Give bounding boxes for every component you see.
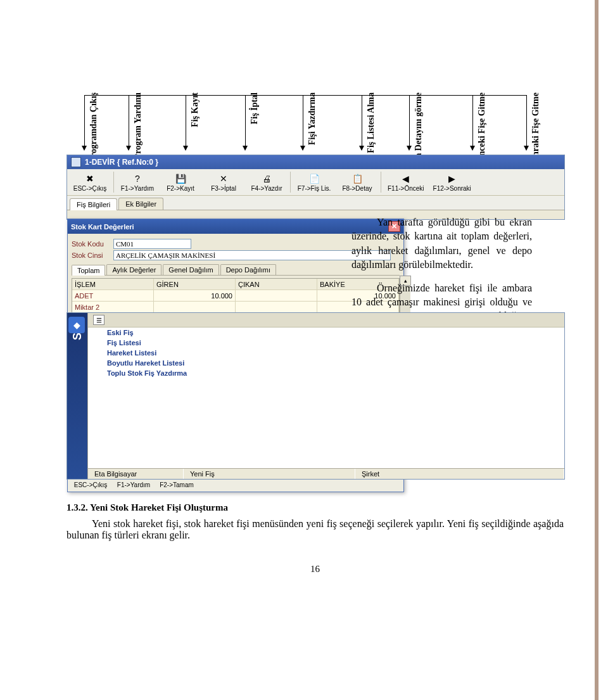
- toolbar-button[interactable]: ◀F11->Önceki: [383, 170, 429, 194]
- diagram-label: Programdan Çıkış: [89, 92, 99, 163]
- toolbar-button[interactable]: ?F1->Yardım: [116, 170, 159, 194]
- diagram-arrow-icon: [300, 146, 305, 151]
- toolbar-separator: [290, 172, 291, 193]
- menu-item[interactable]: Toplu Stok Fiş Yazdırma: [88, 368, 564, 378]
- diagram-line: [362, 95, 362, 146]
- toolbar-button[interactable]: 🖨F4->Yazdır: [245, 170, 288, 194]
- diagram-hline: [84, 95, 526, 96]
- toolbar-label: ESC->Çıkış: [73, 185, 107, 192]
- toolbar-button[interactable]: 📋F8->Detay: [336, 170, 379, 194]
- toolbar-label: F3->İptal: [211, 185, 236, 192]
- diagram-arrow-icon: [407, 146, 412, 151]
- toolbar-icon: 💾: [174, 172, 187, 185]
- diagram-arrow-icon: [126, 146, 131, 151]
- brand-strip: SQL: [67, 313, 87, 479]
- toolbar-separator: [113, 172, 114, 193]
- diagram-label: Program Yardımı: [133, 92, 143, 159]
- section-paragraph: Yeni stok hareket fişi, stok hareket fiş…: [66, 518, 564, 541]
- diagram-line: [84, 95, 85, 146]
- menu-item[interactable]: Hareket Listesi: [88, 348, 564, 358]
- toolbar-label-diagram: Programdan ÇıkışProgram YardımıFiş Kayıt…: [66, 13, 564, 152]
- toolbar-icon: ✖: [84, 172, 96, 185]
- window-icon: [71, 157, 81, 167]
- toolbar-label: F2->Kayıt: [167, 185, 194, 192]
- main-tabs: Fiş BilgileriEk Bilgiler: [67, 196, 564, 210]
- logo-icon: ◆: [68, 317, 85, 333]
- page-number: 16: [66, 564, 564, 575]
- diagram-arrow-icon: [183, 146, 188, 151]
- status-mode: Yeni Fiş: [184, 469, 355, 479]
- toolbar-button[interactable]: ▶F12->Sonraki: [429, 170, 476, 194]
- diagram-line: [245, 95, 246, 146]
- diagram-label: Fiş Kayıt: [190, 92, 200, 127]
- toolbar-label: F4->Yazdır: [251, 185, 282, 192]
- status-sirket: Şirket: [355, 469, 564, 479]
- menu-item[interactable]: Boyutlu Hareket Listesi: [88, 358, 564, 368]
- toolbar-label: F7->Fiş Lis.: [298, 185, 331, 192]
- status-bar: Eta Bilgisayar Yeni Fiş Şirket: [88, 468, 564, 479]
- diagram-line: [409, 95, 410, 146]
- menu-body: ☰ Eski FişFiş ListesiHareket ListesiBoyu…: [88, 313, 564, 468]
- diagram-line: [303, 95, 303, 146]
- menu-header: ☰: [88, 313, 564, 328]
- menu-window: SQL ◆ ☰ Eski FişFiş ListesiHareket Liste…: [66, 312, 565, 480]
- toolbar-separator: [381, 172, 381, 193]
- diagram-label: Fiş Listesi Alma: [366, 92, 376, 153]
- diagram-line: [472, 95, 473, 146]
- diagram-label: Önceki Fişe Gitme: [477, 92, 487, 163]
- menu-item[interactable]: Fiş Listesi: [88, 338, 564, 348]
- diagram-arrow-icon: [524, 146, 529, 151]
- toolbar-icon: ✕: [217, 172, 230, 185]
- diagram-label: Fişi Yazdırma: [307, 92, 317, 145]
- diagram-line: [129, 95, 129, 146]
- toolbar-icon: 📄: [308, 172, 320, 185]
- diagram-arrow-icon: [359, 146, 364, 151]
- toolbar-label: F8->Detay: [343, 185, 372, 192]
- main-tab[interactable]: Ek Bilgiler: [118, 198, 163, 210]
- toolbar-icon: 📋: [351, 172, 364, 185]
- toolbar-button[interactable]: ✕F3->İptal: [202, 170, 245, 194]
- diagram-arrow-icon: [470, 146, 475, 151]
- section-heading: 1.3.2. Yeni Stok Hareket Fişi Oluşturma: [66, 502, 564, 513]
- app-window: 1-DEVİR { Ref.No:0 } ✖ESC->Çıkış?F1->Yar…: [66, 155, 565, 220]
- diagram-arrow-icon: [243, 146, 248, 151]
- toolbar-label: F1->Yardım: [121, 185, 154, 192]
- toolbar-button[interactable]: 💾F2->Kayıt: [159, 170, 202, 194]
- diagram-label: Fiş İptal: [250, 92, 260, 124]
- diagram-arrow-icon: [82, 146, 87, 151]
- menu-item[interactable]: Eski Fiş: [88, 328, 564, 338]
- main-tab[interactable]: Fiş Bilgileri: [70, 198, 117, 210]
- window-titlebar: 1-DEVİR { Ref.No:0 }: [67, 155, 564, 169]
- menu-items: Eski FişFiş ListesiHareket ListesiBoyutl…: [88, 328, 564, 378]
- toolbar-icon: ◀: [400, 172, 412, 185]
- diagram-line: [526, 95, 527, 146]
- toolbar-label: F11->Önceki: [388, 185, 424, 192]
- diagram-line: [186, 95, 186, 146]
- main-toolbar: ✖ESC->Çıkış?F1->Yardım💾F2->Kayıt✕F3->İpt…: [67, 169, 564, 196]
- toolbar-icon: ▶: [446, 172, 459, 185]
- status-company: Eta Bilgisayar: [88, 469, 184, 479]
- menu-header-icon: ☰: [93, 315, 104, 325]
- toolbar-button[interactable]: ✖ESC->Çıkış: [68, 170, 111, 194]
- toolbar-icon: ?: [131, 172, 144, 185]
- toolbar-label: F12->Sonraki: [433, 185, 471, 192]
- toolbar-icon: 🖨: [260, 172, 273, 185]
- window-title: 1-DEVİR { Ref.No:0 }: [85, 158, 158, 167]
- toolbar-button[interactable]: 📄F7->Fiş Lis.: [293, 170, 336, 194]
